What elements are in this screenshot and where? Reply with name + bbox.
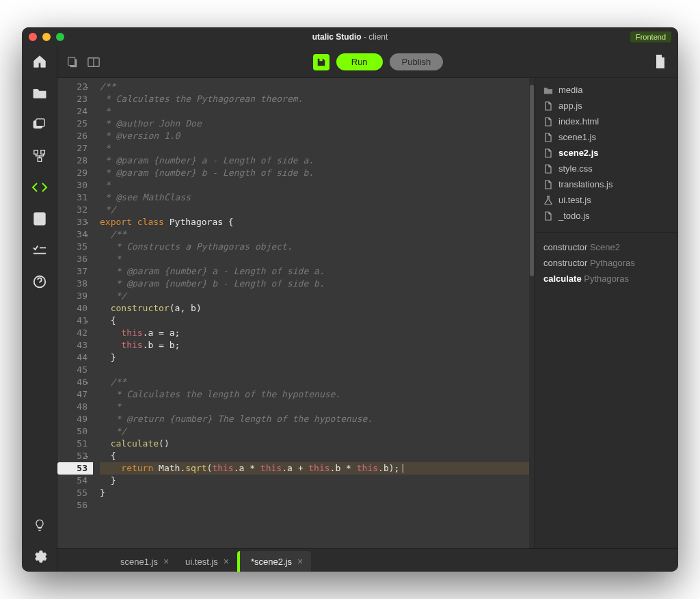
code-line[interactable]: /** xyxy=(100,228,529,241)
line-number[interactable]: 42 xyxy=(57,327,88,339)
settings-icon[interactable] xyxy=(31,548,48,565)
line-number[interactable]: 25 xyxy=(57,118,88,130)
lightbulb-icon[interactable] xyxy=(31,517,48,533)
code-line[interactable]: * xyxy=(100,253,529,265)
line-number[interactable]: 27 xyxy=(57,142,88,155)
code-line[interactable]: this.a = a; xyxy=(100,327,529,339)
line-number[interactable]: 48 xyxy=(57,401,88,413)
code-line[interactable]: * Calculates the Pythagorean theorem. xyxy=(100,93,529,105)
split-view-icon[interactable] xyxy=(86,55,101,70)
outline-item[interactable]: constructor Pythagoras xyxy=(543,255,670,271)
line-number[interactable]: 26 xyxy=(57,130,88,142)
line-number[interactable]: 24 xyxy=(57,105,88,118)
code-line[interactable]: * xyxy=(100,105,529,118)
line-number[interactable]: 32 xyxy=(57,204,88,216)
line-number[interactable]: 41 xyxy=(57,315,88,327)
environment-badge[interactable]: Frontend xyxy=(630,31,671,42)
line-number[interactable]: 35 xyxy=(57,241,88,253)
close-tab-icon[interactable]: × xyxy=(163,556,169,567)
code-icon[interactable] xyxy=(31,179,48,196)
code-line[interactable]: * @param {number} b - Length of side b. xyxy=(100,167,529,179)
publish-button[interactable]: Publish xyxy=(390,53,444,70)
file-item[interactable]: style.css xyxy=(535,161,678,176)
windows-icon[interactable] xyxy=(31,116,48,133)
code-line[interactable]: * xyxy=(100,142,529,155)
line-number[interactable]: 50 xyxy=(57,425,88,438)
code-line[interactable]: constructor(a, b) xyxy=(100,302,529,315)
code-line[interactable]: */ xyxy=(100,204,529,216)
code-line[interactable]: * @param {number} a - Length of side a. xyxy=(100,155,529,167)
line-number[interactable]: 31 xyxy=(57,191,88,204)
line-number[interactable]: 43 xyxy=(57,339,88,351)
editor-tab[interactable]: ui.test.js× xyxy=(177,551,237,572)
code-line[interactable]: } xyxy=(100,351,529,364)
line-number[interactable]: 22 xyxy=(57,81,88,93)
run-button[interactable]: Run xyxy=(336,53,383,70)
close-tab-icon[interactable]: × xyxy=(224,556,229,567)
line-number[interactable]: 52 xyxy=(57,450,88,462)
help-icon[interactable] xyxy=(31,274,48,290)
line-number[interactable]: 28 xyxy=(57,155,88,167)
file-item[interactable]: scene2.js xyxy=(535,145,678,161)
code-line[interactable]: * @return {number} The length of the hyp… xyxy=(100,413,529,425)
file-item[interactable]: media xyxy=(535,82,678,98)
outline-item[interactable]: constructor Scene2 xyxy=(543,239,670,255)
editor-tab[interactable]: *scene2.js× xyxy=(237,551,311,572)
line-number[interactable]: 54 xyxy=(57,475,88,487)
code-content[interactable]: /** * Calculates the Pythagorean theorem… xyxy=(93,78,529,548)
line-number[interactable]: 56 xyxy=(57,499,88,511)
code-line[interactable]: * @author John Doe xyxy=(100,118,529,130)
file-item[interactable]: app.js xyxy=(535,98,678,114)
save-button[interactable] xyxy=(313,54,329,70)
graph-icon[interactable] xyxy=(31,148,48,164)
line-number[interactable]: 33 xyxy=(57,216,88,228)
line-number[interactable]: 45 xyxy=(57,364,88,376)
scrollbar-thumb[interactable] xyxy=(530,85,534,276)
line-number[interactable]: 23 xyxy=(57,93,88,105)
code-line[interactable]: * xyxy=(100,179,529,191)
code-line[interactable]: * xyxy=(100,401,529,413)
line-number[interactable]: 51 xyxy=(57,438,88,450)
code-line[interactable]: /** xyxy=(100,81,529,93)
checklist-icon[interactable] xyxy=(31,242,48,258)
file-item[interactable]: scene1.js xyxy=(535,129,678,145)
code-line[interactable]: * @param {number} b - Length of side b. xyxy=(100,278,529,290)
code-line[interactable]: { xyxy=(100,315,529,327)
line-number[interactable]: 34 xyxy=(57,228,88,241)
code-line[interactable]: return Math.sqrt(this.a * this.a + this.… xyxy=(100,462,529,475)
editor-scrollbar[interactable] xyxy=(529,78,535,548)
line-number[interactable]: 47 xyxy=(57,388,88,401)
code-line[interactable]: this.b = b; xyxy=(100,339,529,351)
close-window-button[interactable] xyxy=(29,33,37,41)
code-line[interactable]: */ xyxy=(100,425,529,438)
code-line[interactable]: } xyxy=(100,487,529,499)
code-line[interactable]: */ xyxy=(100,290,529,302)
line-number[interactable]: 53 xyxy=(57,462,93,475)
line-number[interactable]: 29 xyxy=(57,167,88,179)
line-number[interactable]: 36 xyxy=(57,253,88,265)
code-line[interactable]: /** xyxy=(100,376,529,388)
folder-icon[interactable] xyxy=(31,85,48,101)
line-number[interactable]: 44 xyxy=(57,351,88,364)
file-item[interactable]: translations.js xyxy=(535,176,678,192)
line-number[interactable]: 55 xyxy=(57,487,88,499)
copy-icon[interactable] xyxy=(66,55,81,70)
editor-tab[interactable]: scene1.js× xyxy=(112,551,177,572)
minimize-window-button[interactable] xyxy=(42,33,51,41)
maximize-window-button[interactable] xyxy=(56,33,64,41)
file-item[interactable]: _todo.js xyxy=(535,208,678,224)
dictionary-icon[interactable]: Az xyxy=(31,211,48,227)
line-number[interactable]: 39 xyxy=(57,290,88,302)
home-icon[interactable] xyxy=(31,53,48,70)
code-line[interactable]: * @see MathClass xyxy=(100,191,529,204)
code-editor[interactable]: 2223242526272829303132333435363738394041… xyxy=(57,78,535,548)
code-line[interactable]: { xyxy=(100,450,529,462)
code-line[interactable]: } xyxy=(100,475,529,487)
code-line[interactable]: * Calculates the length of the hypotenus… xyxy=(100,388,529,401)
line-number[interactable]: 46 xyxy=(57,376,88,388)
line-number[interactable]: 49 xyxy=(57,413,88,425)
document-icon[interactable] xyxy=(655,55,670,70)
code-line[interactable]: export class Pythagoras { xyxy=(100,216,529,228)
line-number[interactable]: 40 xyxy=(57,302,88,315)
code-line[interactable] xyxy=(100,364,529,376)
